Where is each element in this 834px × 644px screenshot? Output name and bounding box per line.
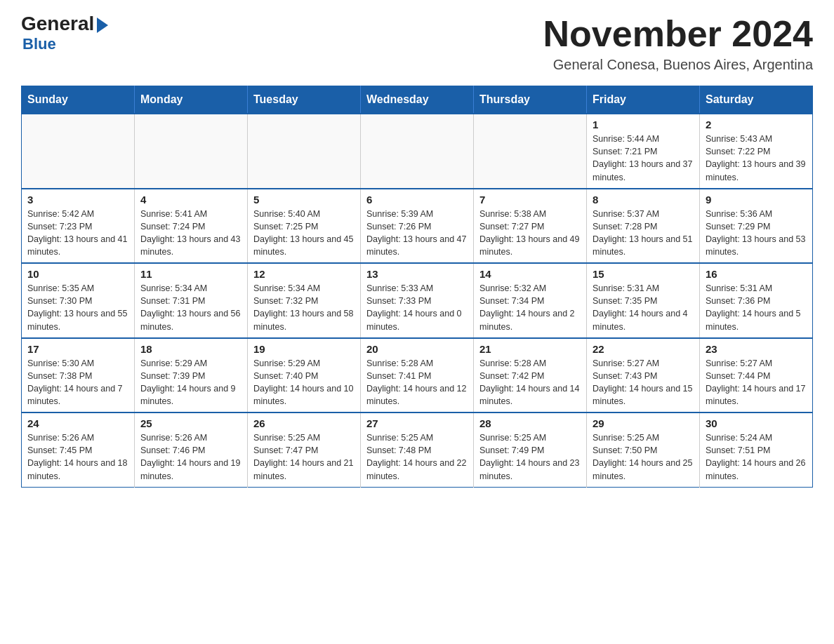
weekday-header-friday: Friday (587, 86, 700, 114)
day-number: 26 (253, 417, 355, 429)
calendar-cell: 4Sunrise: 5:41 AMSunset: 7:24 PMDaylight… (135, 189, 248, 264)
day-number: 30 (706, 417, 807, 429)
day-number: 18 (140, 343, 241, 355)
day-info: Sunrise: 5:27 AMSunset: 7:43 PMDaylight:… (593, 357, 694, 408)
day-number: 15 (593, 268, 694, 280)
page-title: November 2024 (543, 14, 813, 54)
weekday-header-monday: Monday (135, 86, 248, 114)
day-number: 23 (706, 343, 807, 355)
calendar-cell: 28Sunrise: 5:25 AMSunset: 7:49 PMDayligh… (474, 412, 587, 487)
calendar-cell: 6Sunrise: 5:39 AMSunset: 7:26 PMDaylight… (361, 189, 474, 264)
day-number: 13 (366, 268, 468, 280)
logo-general-text: General (21, 14, 94, 34)
day-info: Sunrise: 5:41 AMSunset: 7:24 PMDaylight:… (140, 208, 241, 259)
day-number: 8 (593, 194, 694, 206)
day-info: Sunrise: 5:37 AMSunset: 7:28 PMDaylight:… (593, 208, 694, 259)
day-info: Sunrise: 5:25 AMSunset: 7:47 PMDaylight:… (253, 431, 355, 483)
calendar-cell: 9Sunrise: 5:36 AMSunset: 7:29 PMDaylight… (700, 189, 813, 264)
calendar-cell: 29Sunrise: 5:25 AMSunset: 7:50 PMDayligh… (587, 412, 700, 487)
weekday-header-tuesday: Tuesday (248, 86, 361, 114)
weekday-header-saturday: Saturday (700, 86, 813, 114)
calendar-cell: 8Sunrise: 5:37 AMSunset: 7:28 PMDaylight… (587, 189, 700, 264)
day-info: Sunrise: 5:24 AMSunset: 7:51 PMDaylight:… (706, 431, 807, 483)
day-number: 7 (479, 194, 581, 206)
calendar-cell: 10Sunrise: 5:35 AMSunset: 7:30 PMDayligh… (22, 263, 135, 338)
day-info: Sunrise: 5:26 AMSunset: 7:45 PMDaylight:… (27, 431, 128, 483)
day-info: Sunrise: 5:34 AMSunset: 7:32 PMDaylight:… (253, 282, 355, 333)
logo: General Blue (21, 14, 108, 53)
day-info: Sunrise: 5:25 AMSunset: 7:50 PMDaylight:… (593, 431, 694, 483)
calendar-cell (22, 114, 135, 189)
day-number: 5 (253, 194, 355, 206)
calendar-cell: 16Sunrise: 5:31 AMSunset: 7:36 PMDayligh… (700, 263, 813, 338)
calendar-cell: 12Sunrise: 5:34 AMSunset: 7:32 PMDayligh… (248, 263, 361, 338)
day-number: 3 (27, 194, 128, 206)
day-info: Sunrise: 5:27 AMSunset: 7:44 PMDaylight:… (706, 357, 807, 408)
calendar-body: 1Sunrise: 5:44 AMSunset: 7:21 PMDaylight… (22, 114, 813, 487)
day-info: Sunrise: 5:36 AMSunset: 7:29 PMDaylight:… (706, 208, 807, 259)
day-info: Sunrise: 5:38 AMSunset: 7:27 PMDaylight:… (479, 208, 581, 259)
day-info: Sunrise: 5:25 AMSunset: 7:49 PMDaylight:… (479, 431, 581, 483)
calendar-header: SundayMondayTuesdayWednesdayThursdayFrid… (22, 86, 813, 114)
day-info: Sunrise: 5:28 AMSunset: 7:42 PMDaylight:… (479, 357, 581, 408)
day-number: 14 (479, 268, 581, 280)
calendar-week-row: 1Sunrise: 5:44 AMSunset: 7:21 PMDaylight… (22, 114, 813, 189)
calendar-week-row: 17Sunrise: 5:30 AMSunset: 7:38 PMDayligh… (22, 338, 813, 413)
day-info: Sunrise: 5:25 AMSunset: 7:48 PMDaylight:… (366, 431, 468, 483)
calendar-cell: 2Sunrise: 5:43 AMSunset: 7:22 PMDaylight… (700, 114, 813, 189)
title-block: November 2024 General Conesa, Buenos Air… (543, 14, 813, 73)
day-info: Sunrise: 5:34 AMSunset: 7:31 PMDaylight:… (140, 282, 241, 333)
day-number: 11 (140, 268, 241, 280)
day-number: 27 (366, 417, 468, 429)
calendar-cell: 30Sunrise: 5:24 AMSunset: 7:51 PMDayligh… (700, 412, 813, 487)
calendar-cell: 17Sunrise: 5:30 AMSunset: 7:38 PMDayligh… (22, 338, 135, 413)
day-number: 2 (706, 119, 807, 130)
calendar-cell: 11Sunrise: 5:34 AMSunset: 7:31 PMDayligh… (135, 263, 248, 338)
calendar-cell: 1Sunrise: 5:44 AMSunset: 7:21 PMDaylight… (587, 114, 700, 189)
day-number: 21 (479, 343, 581, 355)
calendar-cell: 15Sunrise: 5:31 AMSunset: 7:35 PMDayligh… (587, 263, 700, 338)
day-info: Sunrise: 5:31 AMSunset: 7:36 PMDaylight:… (706, 282, 807, 333)
day-info: Sunrise: 5:39 AMSunset: 7:26 PMDaylight:… (366, 208, 468, 259)
day-info: Sunrise: 5:29 AMSunset: 7:40 PMDaylight:… (253, 357, 355, 408)
weekday-header-thursday: Thursday (474, 86, 587, 114)
calendar-cell: 26Sunrise: 5:25 AMSunset: 7:47 PMDayligh… (248, 412, 361, 487)
calendar-cell (474, 114, 587, 189)
weekday-header-sunday: Sunday (22, 86, 135, 114)
calendar-cell (135, 114, 248, 189)
calendar-cell (361, 114, 474, 189)
calendar-cell: 25Sunrise: 5:26 AMSunset: 7:46 PMDayligh… (135, 412, 248, 487)
day-number: 4 (140, 194, 241, 206)
day-number: 6 (366, 194, 468, 206)
calendar-cell: 21Sunrise: 5:28 AMSunset: 7:42 PMDayligh… (474, 338, 587, 413)
day-info: Sunrise: 5:40 AMSunset: 7:25 PMDaylight:… (253, 208, 355, 259)
calendar-cell: 5Sunrise: 5:40 AMSunset: 7:25 PMDaylight… (248, 189, 361, 264)
calendar-cell: 14Sunrise: 5:32 AMSunset: 7:34 PMDayligh… (474, 263, 587, 338)
logo-arrow-icon (97, 18, 108, 33)
weekday-header-row: SundayMondayTuesdayWednesdayThursdayFrid… (22, 86, 813, 114)
day-number: 19 (253, 343, 355, 355)
day-info: Sunrise: 5:30 AMSunset: 7:38 PMDaylight:… (27, 357, 128, 408)
calendar-cell: 27Sunrise: 5:25 AMSunset: 7:48 PMDayligh… (361, 412, 474, 487)
calendar-cell: 20Sunrise: 5:28 AMSunset: 7:41 PMDayligh… (361, 338, 474, 413)
calendar-week-row: 24Sunrise: 5:26 AMSunset: 7:45 PMDayligh… (22, 412, 813, 487)
calendar-cell: 22Sunrise: 5:27 AMSunset: 7:43 PMDayligh… (587, 338, 700, 413)
day-info: Sunrise: 5:33 AMSunset: 7:33 PMDaylight:… (366, 282, 468, 333)
weekday-header-wednesday: Wednesday (361, 86, 474, 114)
day-number: 9 (706, 194, 807, 206)
day-number: 16 (706, 268, 807, 280)
calendar-cell: 23Sunrise: 5:27 AMSunset: 7:44 PMDayligh… (700, 338, 813, 413)
calendar-cell: 18Sunrise: 5:29 AMSunset: 7:39 PMDayligh… (135, 338, 248, 413)
calendar-cell: 3Sunrise: 5:42 AMSunset: 7:23 PMDaylight… (22, 189, 135, 264)
calendar-table: SundayMondayTuesdayWednesdayThursdayFrid… (21, 86, 813, 488)
day-info: Sunrise: 5:35 AMSunset: 7:30 PMDaylight:… (27, 282, 128, 333)
day-number: 10 (27, 268, 128, 280)
day-info: Sunrise: 5:43 AMSunset: 7:22 PMDaylight:… (706, 133, 807, 184)
page-subtitle: General Conesa, Buenos Aires, Argentina (543, 57, 813, 73)
calendar-week-row: 10Sunrise: 5:35 AMSunset: 7:30 PMDayligh… (22, 263, 813, 338)
calendar-week-row: 3Sunrise: 5:42 AMSunset: 7:23 PMDaylight… (22, 189, 813, 264)
calendar-cell: 19Sunrise: 5:29 AMSunset: 7:40 PMDayligh… (248, 338, 361, 413)
day-number: 20 (366, 343, 468, 355)
day-info: Sunrise: 5:31 AMSunset: 7:35 PMDaylight:… (593, 282, 694, 333)
day-number: 28 (479, 417, 581, 429)
